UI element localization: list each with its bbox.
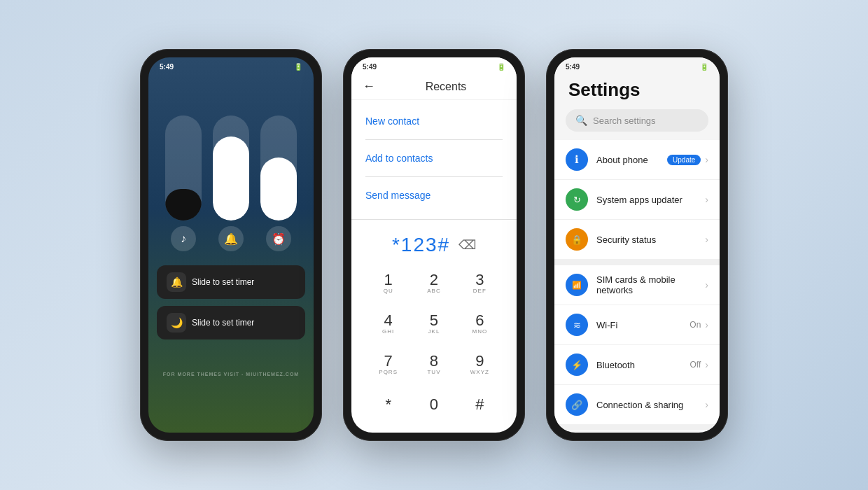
update-badge: Update <box>667 155 701 165</box>
bluetooth-status: Off <box>690 360 701 370</box>
wifi-right: On › <box>690 319 708 330</box>
security-icon: 🔒 <box>566 228 588 251</box>
timer-buttons: 🔔 Slide to set timer 🌙 Slide to set time… <box>157 265 305 340</box>
security-chevron: › <box>705 234 708 245</box>
dial-key-3[interactable]: 3DEF <box>458 265 500 301</box>
new-contact-action[interactable]: New contact <box>365 108 503 134</box>
settings-search-bar[interactable]: 🔍 Search settings <box>566 109 708 132</box>
settings-item-bluetooth[interactable]: ⚡ Bluetooth Off › <box>554 345 720 385</box>
notification-timer-btn[interactable]: 🔔 Slide to set timer <box>157 265 305 299</box>
ring-icon: 🔔 <box>218 226 244 251</box>
dial-key-6[interactable]: 6MNO <box>458 305 500 342</box>
dial-key-5[interactable]: 5JKL <box>413 305 455 342</box>
wifi-label: Wi-Fi <box>596 320 690 330</box>
dial-row-4: * 0 # <box>365 386 503 423</box>
volume-sliders: ♪ 🔔 ⏰ <box>148 115 314 251</box>
about-phone-label: About phone <box>596 155 667 165</box>
sim-label: SIM cards & mobile networks <box>596 274 705 295</box>
backspace-button[interactable]: ⌫ <box>458 237 476 253</box>
system-apps-icon: ↻ <box>566 188 588 211</box>
battery-icon-1: 🔋 <box>294 63 302 71</box>
status-bar-1: 5:49 🔋 <box>148 57 314 74</box>
dialer-header: ← Recents <box>351 74 517 100</box>
wifi-chevron: › <box>705 319 708 330</box>
settings-item-about-phone[interactable]: ℹ About phone Update › <box>554 140 720 180</box>
system-apps-label: System apps updater <box>596 195 705 205</box>
ring-slider-fill <box>213 136 249 220</box>
battery-icon-3: 🔋 <box>700 63 708 71</box>
sleep-timer-icon: 🌙 <box>167 313 186 332</box>
notification-timer-label: Slide to set timer <box>192 277 254 287</box>
bluetooth-label: Bluetooth <box>596 360 690 370</box>
connection-label: Connection & sharing <box>596 400 705 410</box>
settings-item-system-apps[interactable]: ↻ System apps updater › <box>554 180 720 220</box>
sleep-timer-label: Slide to set timer <box>192 318 254 328</box>
media-slider-track[interactable] <box>165 115 202 220</box>
phone-dialer: 5:49 🔋 ← Recents New contact Add to cont… <box>343 49 525 441</box>
contact-actions: New contact Add to contacts Send message <box>351 100 517 216</box>
wifi-status: On <box>690 320 701 330</box>
status-bar-2: 5:49 🔋 <box>351 57 517 74</box>
send-message-action[interactable]: Send message <box>365 183 503 208</box>
status-bar-3: 5:49 🔋 <box>554 57 720 74</box>
settings-item-security[interactable]: 🔒 Security status › <box>554 220 720 260</box>
dialer-title: Recents <box>386 80 505 93</box>
bluetooth-icon: ⚡ <box>566 354 588 376</box>
back-button[interactable]: ← <box>363 79 375 94</box>
settings-list: ℹ About phone Update › ↻ System apps upd… <box>554 140 720 431</box>
dial-number: *123# <box>392 234 450 256</box>
search-icon: 🔍 <box>575 115 587 126</box>
media-slider-wrap: ♪ <box>165 115 202 251</box>
sim-right: › <box>705 279 708 290</box>
watermark: FOR MORE THEMES VISIT - MIUITHEMEZ.COM <box>163 372 299 377</box>
dial-display: *123# ⌫ <box>351 223 517 262</box>
wifi-icon: ≋ <box>566 314 588 336</box>
settings-item-connection[interactable]: 🔗 Connection & sharing › <box>554 385 720 425</box>
dial-key-2[interactable]: 2ABC <box>413 265 455 301</box>
divider-group-2 <box>554 425 720 430</box>
notification-timer-icon: 🔔 <box>167 272 186 292</box>
media-icon: ♪ <box>171 226 196 251</box>
alarm-slider-wrap: ⏰ <box>260 115 297 251</box>
dial-key-0[interactable]: 0 <box>413 386 455 423</box>
connection-chevron: › <box>705 399 708 410</box>
dial-key-hash[interactable]: # <box>458 386 500 423</box>
time-1: 5:49 <box>160 63 174 71</box>
sim-icon: 📶 <box>566 274 588 296</box>
status-icons-1: 🔋 <box>294 63 302 71</box>
sleep-timer-btn[interactable]: 🌙 Slide to set timer <box>157 306 305 340</box>
search-placeholder: Search settings <box>593 115 656 126</box>
divider-2 <box>365 176 503 177</box>
dial-key-8[interactable]: 8TUV <box>413 346 455 382</box>
dial-key-star[interactable]: * <box>368 386 410 423</box>
security-label: Security status <box>596 234 705 245</box>
bluetooth-chevron: › <box>705 359 708 370</box>
sim-chevron: › <box>705 279 708 290</box>
status-icons-3: 🔋 <box>700 63 708 71</box>
about-phone-chevron: › <box>705 154 708 165</box>
dial-key-1[interactable]: 1QU <box>368 265 410 301</box>
media-slider-fill <box>165 189 202 220</box>
add-to-contacts-action[interactable]: Add to contacts <box>365 146 503 171</box>
ring-slider-track[interactable] <box>213 115 249 220</box>
status-icons-2: 🔋 <box>497 63 505 71</box>
divider-1 <box>365 139 503 140</box>
dial-key-7[interactable]: 7PQRS <box>368 346 410 382</box>
about-phone-icon: ℹ <box>566 148 588 171</box>
settings-item-sim[interactable]: 📶 SIM cards & mobile networks › <box>554 265 720 305</box>
time-3: 5:49 <box>566 63 580 71</box>
dial-key-4[interactable]: 4GHI <box>368 305 410 342</box>
connection-icon: 🔗 <box>566 393 588 416</box>
alarm-slider-track[interactable] <box>260 115 297 220</box>
time-2: 5:49 <box>363 63 377 71</box>
phone-settings: 5:49 🔋 Settings 🔍 Search settings ℹ Abou… <box>546 49 728 441</box>
alarm-icon: ⏰ <box>266 226 291 251</box>
dial-row-3: 7PQRS 8TUV 9WXYZ <box>365 346 503 382</box>
section-divider <box>351 219 517 220</box>
dial-key-9[interactable]: 9WXYZ <box>458 346 500 382</box>
settings-item-lock[interactable]: 🔓 Lock screen › <box>554 430 720 431</box>
settings-title: Settings <box>554 74 720 109</box>
alarm-slider-fill <box>260 158 297 220</box>
phone-volume-slider: 5:49 🔋 ♪ 🔔 ⏰ <box>140 49 322 441</box>
settings-item-wifi[interactable]: ≋ Wi-Fi On › <box>554 305 720 345</box>
